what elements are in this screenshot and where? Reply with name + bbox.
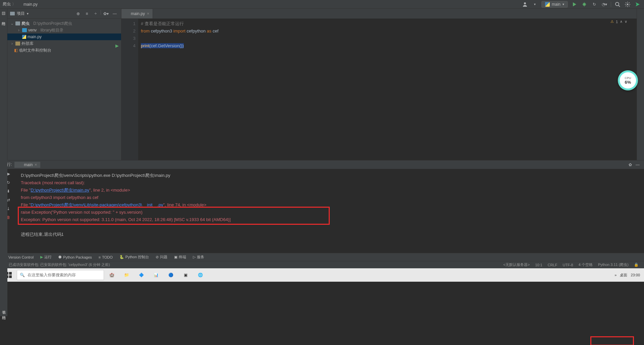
taskbar-search[interactable]: 🔍 在这里输入你要搜索的内容 (17, 270, 104, 280)
code-kw: as (207, 28, 212, 33)
panel-settings-button[interactable]: ✿▾ (102, 10, 110, 17)
taskbar-icon[interactable]: 🔷 (134, 269, 148, 281)
tab-terminal[interactable]: ▣终端 (174, 255, 186, 260)
cpu-label: CPU (625, 76, 631, 80)
search-everywhere-button[interactable] (614, 1, 621, 8)
settings-button[interactable] (624, 1, 631, 8)
taskbar-pycharm-icon[interactable]: ▣ (178, 269, 193, 281)
run-config-selector[interactable]: main ▾ (541, 1, 568, 8)
collapse-all-button[interactable]: ÷ (92, 10, 99, 17)
tab-run[interactable]: ▶运行 (40, 255, 52, 260)
file-link[interactable]: D:\pythonProject\爬虫\venv\Lib\site-packag… (31, 202, 163, 207)
tree-main-file-label: main.py (28, 34, 42, 39)
user-dropdown-icon[interactable]: ▾ (531, 1, 539, 8)
tab-todo[interactable]: ≡TODO (99, 255, 113, 259)
library-icon (15, 42, 20, 46)
breadcrumb-file[interactable]: main.py (23, 2, 38, 7)
tree-scratches[interactable]: ◧ 临时文件和控制台 (7, 47, 121, 54)
warning-icon: ⚠ (610, 19, 614, 24)
console-exception: Exception: Python version not supported:… (21, 216, 640, 223)
profile-button[interactable]: ◔▾ (601, 1, 608, 8)
status-caret-pos[interactable]: 10:1 (532, 263, 545, 267)
package-icon: ⬢ (58, 255, 62, 259)
line-number: 3 (121, 35, 136, 42)
system-tray[interactable]: » 桌面 23:00 (614, 273, 643, 278)
chevron-down-icon[interactable]: ⌄ (10, 21, 14, 26)
inspections-widget[interactable]: ⚠ 1 ∧ ∨ (610, 19, 627, 24)
user-icon[interactable] (521, 1, 529, 8)
run-tool-window: 运行: main × ✿ — ▶ ↻ ⬇ ⇄ ⤓ 🗑 D:\pythonProj… (0, 160, 644, 253)
hide-panel-button[interactable]: — (111, 10, 118, 17)
console-output[interactable]: D:\pythonProject\爬虫\venv\Scripts\python.… (17, 169, 644, 253)
tree-main-file[interactable]: main.py (7, 33, 121, 40)
status-line-sep[interactable]: CRLF (545, 263, 560, 267)
project-tree[interactable]: ⌄ 爬虫 D:\pythonProject\爬虫 › venv library根… (7, 19, 121, 55)
expand-all-button[interactable]: ≡ (83, 10, 91, 17)
tree-external-libs[interactable]: › 外部库 (7, 40, 121, 47)
terminal-icon: ▣ (174, 255, 177, 259)
status-interpreter[interactable]: Python 3.11 (爬虫) (595, 262, 631, 267)
taskbar-icon[interactable]: 🔵 (164, 269, 178, 281)
status-indent[interactable]: 4 个空格 (576, 262, 595, 267)
editor-tabs: main.py × (121, 9, 637, 19)
chevron-right-icon[interactable]: › (17, 28, 21, 32)
problems-icon: ⊘ (156, 255, 159, 259)
file-link[interactable]: D:\pythonProject\爬虫\main.py (31, 188, 89, 193)
python-file-icon (17, 2, 22, 7)
taskbar-icon[interactable]: 📊 (149, 269, 163, 281)
breadcrumb-root[interactable]: 爬虫 (3, 1, 11, 7)
structure-tool-icon[interactable]: ▤ (2, 11, 5, 15)
code-id: cef (213, 28, 218, 33)
status-lock-icon[interactable]: 🔒 (631, 263, 641, 267)
left-tool-stripe: ▤ 结构 (0, 9, 7, 160)
warning-count: 1 (616, 20, 618, 24)
taskbar-icon[interactable]: 🏰 (105, 269, 119, 281)
project-tool-window: 项目 ▾ ⊕ ≡ ÷ ✿▾ — ⌄ 爬虫 D:\pythonProject\爬虫… (7, 9, 121, 160)
tab-python-packages[interactable]: ⬢Python Packages (58, 255, 92, 259)
editor-gutter: 1 2 3 ▶4 (121, 19, 138, 160)
line-number: 2 (121, 27, 136, 35)
highlight-box-interpreter (590, 336, 634, 345)
chevron-right-icon[interactable]: › (10, 41, 14, 46)
run-panel-settings-icon[interactable]: ✿ (627, 161, 634, 168)
prev-highlight-icon[interactable]: ∧ (620, 19, 623, 24)
project-view-chevron-icon[interactable]: ▾ (27, 12, 29, 15)
run-button[interactable] (571, 1, 578, 8)
tab-services[interactable]: ▷服务 (193, 255, 204, 260)
hide-run-panel-button[interactable]: — (634, 161, 641, 168)
tree-root-name: 爬虫 (21, 21, 30, 26)
tray-chevron-icon[interactable]: » (614, 273, 616, 277)
cpu-widget[interactable]: CPU 6% (618, 70, 638, 90)
taskbar-edge-icon[interactable]: 🌐 (193, 269, 207, 281)
line-number: 4 (133, 43, 136, 48)
console-line: Traceback (most recent call last): (21, 179, 640, 187)
tree-venv[interactable]: › venv library根目录 (7, 27, 121, 33)
folder-icon (15, 21, 20, 25)
tab-problems[interactable]: ⊘问题 (156, 255, 167, 260)
status-encoding[interactable]: UTF-8 (560, 263, 576, 267)
next-highlight-icon[interactable]: ∨ (625, 19, 627, 24)
ide-right-icon[interactable] (634, 1, 641, 8)
tray-desktop-label[interactable]: 桌面 (620, 273, 627, 278)
status-server[interactable]: <无默认服务器> (501, 262, 533, 267)
run-gutter-icon[interactable]: ▶ (115, 42, 119, 50)
tree-root[interactable]: ⌄ 爬虫 D:\pythonProject\爬虫 (7, 20, 121, 27)
python-file-icon (125, 12, 129, 16)
close-tab-icon[interactable]: × (147, 11, 149, 16)
svg-point-3 (627, 3, 629, 5)
tree-venv-name: venv (28, 28, 37, 32)
line-number: 1 (121, 20, 136, 27)
taskbar-icon[interactable]: 📁 (119, 269, 133, 281)
console-line: File "D:\pythonProject\爬虫\venv\Lib\site-… (21, 201, 640, 209)
tab-python-console[interactable]: 🐍Python 控制台 (119, 255, 149, 260)
taskbar-search-placeholder: 在这里输入你要搜索的内容 (28, 272, 76, 278)
close-icon[interactable]: × (35, 162, 37, 167)
select-opened-file-button[interactable]: ⊕ (74, 10, 82, 17)
editor-tab-main[interactable]: main.py × (121, 9, 153, 18)
coverage-button[interactable]: ↻ (591, 1, 598, 8)
debug-button[interactable] (581, 1, 588, 8)
editor-code[interactable]: # 查看是否能正常运行 from cefpython3 import cefpy… (138, 19, 637, 160)
run-tab[interactable]: main × (14, 162, 40, 168)
tree-scratches-label: 临时文件和控制台 (19, 48, 51, 53)
editor-area: main.py × 1 2 3 ▶4 # 查看是否能正常运行 from cefp… (121, 9, 637, 160)
